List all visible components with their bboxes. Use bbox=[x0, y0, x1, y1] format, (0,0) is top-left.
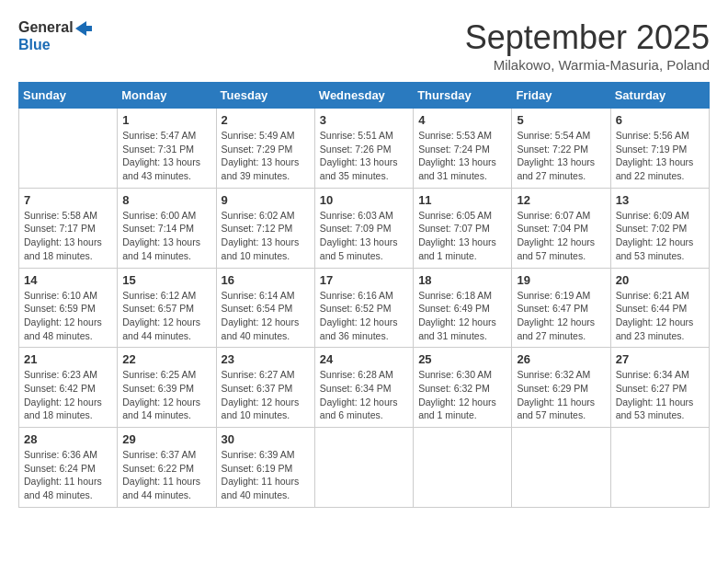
day-number: 7 bbox=[24, 193, 112, 207]
day-info: Sunrise: 6:12 AM Sunset: 6:57 PM Dayligh… bbox=[122, 289, 210, 343]
day-number: 13 bbox=[616, 193, 704, 207]
calendar-table: SundayMondayTuesdayWednesdayThursdayFrid… bbox=[18, 82, 710, 508]
day-cell: 2Sunrise: 5:49 AM Sunset: 7:29 PM Daylig… bbox=[216, 109, 314, 189]
day-number: 3 bbox=[320, 113, 408, 127]
day-info: Sunrise: 6:37 AM Sunset: 6:22 PM Dayligh… bbox=[122, 448, 210, 502]
day-number: 16 bbox=[222, 273, 310, 287]
title-block: September 2025 Milakowo, Warmia-Masuria,… bbox=[465, 18, 710, 73]
day-info: Sunrise: 6:07 AM Sunset: 7:04 PM Dayligh… bbox=[517, 209, 605, 263]
day-info: Sunrise: 6:25 AM Sunset: 6:39 PM Dayligh… bbox=[122, 368, 210, 422]
month-title: September 2025 bbox=[465, 18, 710, 57]
day-number: 8 bbox=[122, 193, 210, 207]
day-info: Sunrise: 6:23 AM Sunset: 6:42 PM Dayligh… bbox=[24, 368, 112, 422]
day-info: Sunrise: 6:18 AM Sunset: 6:49 PM Dayligh… bbox=[418, 289, 506, 343]
day-info: Sunrise: 6:10 AM Sunset: 6:59 PM Dayligh… bbox=[24, 289, 112, 343]
day-cell: 11Sunrise: 6:05 AM Sunset: 7:07 PM Dayli… bbox=[414, 188, 512, 268]
day-info: Sunrise: 5:58 AM Sunset: 7:17 PM Dayligh… bbox=[24, 209, 112, 263]
day-cell: 20Sunrise: 6:21 AM Sunset: 6:44 PM Dayli… bbox=[610, 268, 709, 348]
day-cell: 9Sunrise: 6:02 AM Sunset: 7:12 PM Daylig… bbox=[216, 188, 314, 268]
day-cell: 13Sunrise: 6:09 AM Sunset: 7:02 PM Dayli… bbox=[610, 188, 709, 268]
day-cell bbox=[19, 109, 118, 189]
day-number: 29 bbox=[122, 432, 210, 446]
header-wednesday: Wednesday bbox=[314, 83, 413, 109]
day-info: Sunrise: 6:16 AM Sunset: 6:52 PM Dayligh… bbox=[320, 289, 408, 343]
svg-marker-0 bbox=[75, 21, 92, 36]
day-info: Sunrise: 5:54 AM Sunset: 7:22 PM Dayligh… bbox=[517, 129, 605, 183]
location-subtitle: Milakowo, Warmia-Masuria, Poland bbox=[465, 57, 710, 73]
day-number: 2 bbox=[222, 113, 310, 127]
header-saturday: Saturday bbox=[610, 83, 709, 109]
day-number: 21 bbox=[24, 352, 112, 366]
day-info: Sunrise: 6:30 AM Sunset: 6:32 PM Dayligh… bbox=[418, 368, 506, 422]
day-number: 18 bbox=[418, 273, 506, 287]
week-row-1: 1Sunrise: 5:47 AM Sunset: 7:31 PM Daylig… bbox=[19, 109, 710, 189]
day-cell: 18Sunrise: 6:18 AM Sunset: 6:49 PM Dayli… bbox=[414, 268, 512, 348]
day-info: Sunrise: 6:36 AM Sunset: 6:24 PM Dayligh… bbox=[24, 448, 112, 502]
day-cell: 7Sunrise: 5:58 AM Sunset: 7:17 PM Daylig… bbox=[19, 188, 118, 268]
day-number: 9 bbox=[222, 193, 310, 207]
day-info: Sunrise: 6:39 AM Sunset: 6:19 PM Dayligh… bbox=[222, 448, 310, 502]
day-cell: 1Sunrise: 5:47 AM Sunset: 7:31 PM Daylig… bbox=[118, 109, 216, 189]
day-number: 12 bbox=[517, 193, 605, 207]
week-row-3: 14Sunrise: 6:10 AM Sunset: 6:59 PM Dayli… bbox=[19, 268, 710, 348]
day-info: Sunrise: 6:14 AM Sunset: 6:54 PM Dayligh… bbox=[222, 289, 310, 343]
day-info: Sunrise: 6:32 AM Sunset: 6:29 PM Dayligh… bbox=[517, 368, 605, 422]
day-number: 1 bbox=[122, 113, 210, 127]
day-info: Sunrise: 6:21 AM Sunset: 6:44 PM Dayligh… bbox=[616, 289, 704, 343]
day-info: Sunrise: 5:53 AM Sunset: 7:24 PM Dayligh… bbox=[418, 129, 506, 183]
header-friday: Friday bbox=[512, 83, 610, 109]
day-number: 22 bbox=[122, 352, 210, 366]
day-cell: 6Sunrise: 5:56 AM Sunset: 7:19 PM Daylig… bbox=[610, 109, 709, 189]
day-cell: 26Sunrise: 6:32 AM Sunset: 6:29 PM Dayli… bbox=[512, 348, 610, 428]
day-cell bbox=[512, 428, 610, 508]
day-cell: 21Sunrise: 6:23 AM Sunset: 6:42 PM Dayli… bbox=[19, 348, 118, 428]
page-header: GeneralBlue September 2025 Milakowo, War… bbox=[18, 18, 710, 73]
day-number: 5 bbox=[517, 113, 605, 127]
day-number: 20 bbox=[616, 273, 704, 287]
day-cell: 23Sunrise: 6:27 AM Sunset: 6:37 PM Dayli… bbox=[216, 348, 314, 428]
day-number: 10 bbox=[320, 193, 408, 207]
day-cell: 28Sunrise: 6:36 AM Sunset: 6:24 PM Dayli… bbox=[19, 428, 118, 508]
day-number: 14 bbox=[24, 273, 112, 287]
header-monday: Monday bbox=[118, 83, 216, 109]
day-cell: 27Sunrise: 6:34 AM Sunset: 6:27 PM Dayli… bbox=[610, 348, 709, 428]
day-number: 19 bbox=[517, 273, 605, 287]
week-row-2: 7Sunrise: 5:58 AM Sunset: 7:17 PM Daylig… bbox=[19, 188, 710, 268]
day-cell: 30Sunrise: 6:39 AM Sunset: 6:19 PM Dayli… bbox=[216, 428, 314, 508]
day-info: Sunrise: 6:19 AM Sunset: 6:47 PM Dayligh… bbox=[517, 289, 605, 343]
day-info: Sunrise: 6:28 AM Sunset: 6:34 PM Dayligh… bbox=[320, 368, 408, 422]
day-cell: 5Sunrise: 5:54 AM Sunset: 7:22 PM Daylig… bbox=[512, 109, 610, 189]
day-number: 6 bbox=[616, 113, 704, 127]
day-cell: 14Sunrise: 6:10 AM Sunset: 6:59 PM Dayli… bbox=[19, 268, 118, 348]
day-cell bbox=[610, 428, 709, 508]
day-number: 24 bbox=[320, 352, 408, 366]
day-number: 17 bbox=[320, 273, 408, 287]
day-number: 11 bbox=[418, 193, 506, 207]
day-cell: 4Sunrise: 5:53 AM Sunset: 7:24 PM Daylig… bbox=[414, 109, 512, 189]
day-cell: 15Sunrise: 6:12 AM Sunset: 6:57 PM Dayli… bbox=[118, 268, 216, 348]
day-number: 4 bbox=[418, 113, 506, 127]
day-cell: 22Sunrise: 6:25 AM Sunset: 6:39 PM Dayli… bbox=[118, 348, 216, 428]
day-cell: 12Sunrise: 6:07 AM Sunset: 7:04 PM Dayli… bbox=[512, 188, 610, 268]
day-number: 30 bbox=[222, 432, 310, 446]
day-info: Sunrise: 6:27 AM Sunset: 6:37 PM Dayligh… bbox=[222, 368, 310, 422]
day-cell: 17Sunrise: 6:16 AM Sunset: 6:52 PM Dayli… bbox=[314, 268, 413, 348]
day-cell: 24Sunrise: 6:28 AM Sunset: 6:34 PM Dayli… bbox=[314, 348, 413, 428]
day-number: 15 bbox=[122, 273, 210, 287]
day-cell: 8Sunrise: 6:00 AM Sunset: 7:14 PM Daylig… bbox=[118, 188, 216, 268]
day-info: Sunrise: 6:05 AM Sunset: 7:07 PM Dayligh… bbox=[418, 209, 506, 263]
day-info: Sunrise: 5:49 AM Sunset: 7:29 PM Dayligh… bbox=[222, 129, 310, 183]
day-number: 23 bbox=[222, 352, 310, 366]
header-sunday: Sunday bbox=[19, 83, 118, 109]
header-tuesday: Tuesday bbox=[216, 83, 314, 109]
day-cell: 29Sunrise: 6:37 AM Sunset: 6:22 PM Dayli… bbox=[118, 428, 216, 508]
day-cell: 10Sunrise: 6:03 AM Sunset: 7:09 PM Dayli… bbox=[314, 188, 413, 268]
day-number: 25 bbox=[418, 352, 506, 366]
day-cell bbox=[414, 428, 512, 508]
day-info: Sunrise: 5:47 AM Sunset: 7:31 PM Dayligh… bbox=[122, 129, 210, 183]
day-number: 26 bbox=[517, 352, 605, 366]
day-info: Sunrise: 6:09 AM Sunset: 7:02 PM Dayligh… bbox=[616, 209, 704, 263]
day-number: 28 bbox=[24, 432, 112, 446]
day-cell: 25Sunrise: 6:30 AM Sunset: 6:32 PM Dayli… bbox=[414, 348, 512, 428]
day-cell bbox=[314, 428, 413, 508]
